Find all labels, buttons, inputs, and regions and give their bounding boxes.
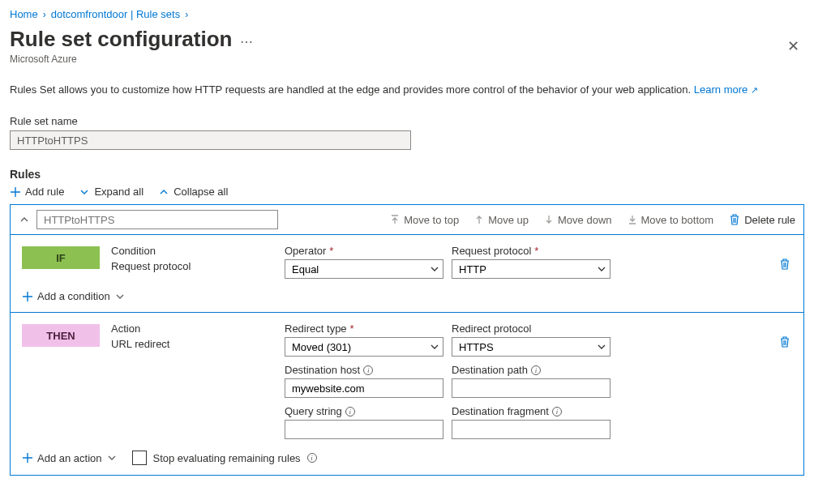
if-block: IF Condition Request protocol Operator* [11,235,803,313]
request-protocol-select[interactable] [452,259,610,279]
info-icon[interactable]: i [531,365,541,375]
description: Rules Set allows you to customize how HT… [10,83,804,97]
collapse-all-button[interactable]: Collapse all [158,186,228,198]
title-row: Rule set configuration ⋯ Microsoft Azure… [10,27,804,65]
request-protocol-label: Request protocol* [452,245,610,257]
redirect-type-label: Redirect type* [285,322,443,335]
rules-heading: Rules [10,168,804,181]
plus-icon [22,291,33,302]
destination-fragment-label: Destination fragment i [452,405,610,417]
delete-action-button[interactable] [779,335,792,350]
chevron-right-icon: › [43,9,46,20]
if-badge: IF [22,246,100,269]
rule-header: Move to top Move up Move down Move to bo… [11,205,803,235]
chevron-right-icon: › [185,9,188,20]
delete-condition-button[interactable] [779,258,792,272]
collapse-icon[interactable] [19,214,30,225]
destination-path-label: Destination path i [452,364,610,376]
breadcrumb-home[interactable]: Home [10,8,38,20]
chevron-down-icon [114,291,126,302]
operator-select[interactable] [285,259,443,279]
add-action-button[interactable]: Add an action [22,452,118,464]
expand-all-label: Expand all [94,186,144,198]
arrow-up-icon [473,214,485,225]
action-value: URL redirect [111,338,273,350]
move-to-bottom-label: Move to bottom [641,214,714,226]
move-to-top-button[interactable]: Move to top [389,214,459,226]
chevron-down-icon [106,452,118,463]
condition-value: Request protocol [111,260,273,272]
add-condition-label: Add a condition [37,290,110,302]
destination-path-input[interactable] [452,378,610,398]
redirect-type-select[interactable] [285,337,443,357]
breadcrumb: Home › dotcomfrontdoor | Rule sets › [10,6,804,23]
move-up-label: Move up [488,214,529,226]
collapse-all-label: Collapse all [174,186,228,198]
then-block: THEN Action URL redirect Redirect type* [11,313,803,475]
close-icon[interactable]: ✕ [782,34,804,58]
arrow-down-icon [543,214,555,225]
destination-host-input[interactable] [285,378,443,398]
learn-more-text: Learn more [694,83,748,96]
rules-toolbar: Add rule Expand all Collapse all [10,186,804,198]
add-condition-button[interactable]: Add a condition [22,290,126,302]
query-string-label: Query string i [285,405,443,417]
delete-rule-button[interactable]: Delete rule [728,212,795,227]
info-icon[interactable]: i [345,407,355,416]
add-rule-label: Add rule [25,186,64,198]
trash-icon [728,212,741,227]
redirect-protocol-select[interactable] [452,337,610,357]
delete-rule-label: Delete rule [744,214,795,226]
stop-evaluating-checkbox[interactable] [132,451,147,465]
rule-card: Move to top Move up Move down Move to bo… [10,204,804,476]
destination-host-label: Destination host i [285,364,443,376]
info-icon[interactable]: i [307,453,317,463]
stop-evaluating-label: Stop evaluating remaining rules [153,452,301,464]
redirect-protocol-label: Redirect protocol [452,322,610,335]
move-down-label: Move down [558,214,611,226]
add-rule-button[interactable]: Add rule [10,186,64,198]
rule-name-input[interactable] [36,210,278,229]
breadcrumb-rule-sets[interactable]: dotcomfrontdoor | Rule sets [51,8,180,20]
rule-set-name-input[interactable] [10,130,411,150]
page-subtitle: Microsoft Azure [10,53,255,65]
move-to-bottom-button[interactable]: Move to bottom [627,214,714,226]
info-icon[interactable]: i [552,407,562,416]
arrow-top-icon [389,214,401,225]
then-badge: THEN [22,324,100,347]
chevron-up-icon [158,186,169,198]
action-heading: Action [111,322,273,335]
query-string-input[interactable] [285,420,443,439]
condition-heading: Condition [111,245,273,257]
learn-more-link[interactable]: Learn more ↗ [694,83,758,96]
more-menu-icon[interactable]: ⋯ [240,34,255,49]
info-icon[interactable]: i [363,365,373,375]
operator-label: Operator* [285,245,443,257]
plus-icon [10,186,21,198]
rule-set-name-label: Rule set name [10,115,804,127]
expand-all-button[interactable]: Expand all [79,186,144,198]
description-text: Rules Set allows you to customize how HT… [10,83,691,96]
move-to-top-label: Move to top [404,214,459,226]
arrow-bottom-icon [627,214,638,225]
add-action-label: Add an action [37,452,102,464]
chevron-down-icon [79,186,90,198]
plus-icon [22,452,33,463]
page-title: Rule set configuration [10,27,232,52]
move-up-button[interactable]: Move up [473,214,529,226]
move-down-button[interactable]: Move down [543,214,611,226]
destination-fragment-input[interactable] [452,420,610,439]
external-link-icon: ↗ [751,85,758,95]
